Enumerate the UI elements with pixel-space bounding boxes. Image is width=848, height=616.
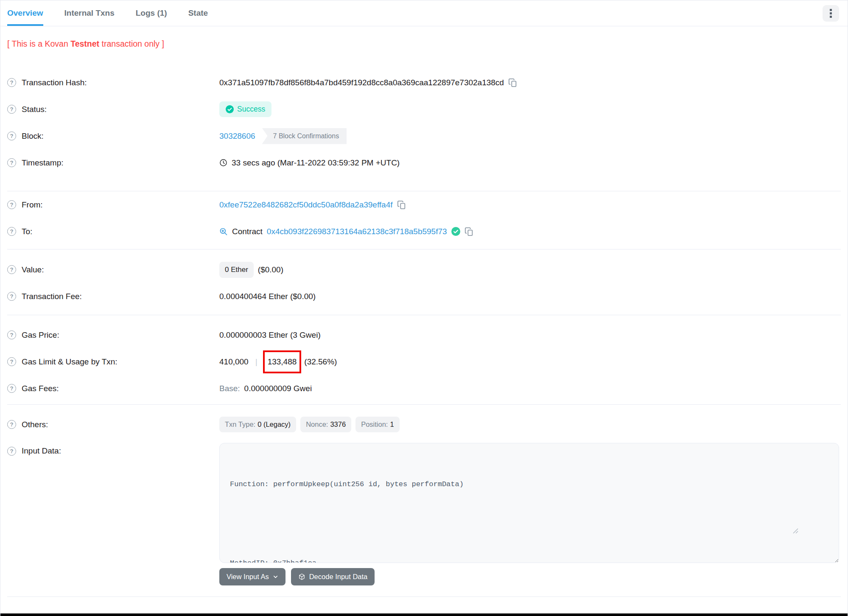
- more-options-button[interactable]: [823, 5, 839, 22]
- decode-input-data-label: Decode Input Data: [309, 573, 368, 581]
- warning-text-suffix: transaction only ]: [99, 39, 164, 48]
- cube-icon: [298, 573, 305, 580]
- gas-used-value: 133,488: [268, 357, 297, 366]
- help-icon[interactable]: ?: [7, 330, 16, 339]
- to-address-link[interactable]: 0x4cb093f226983713164a62138c3f718a5b595f…: [267, 227, 447, 236]
- resize-handle-icon[interactable]: [793, 502, 836, 560]
- row-gas-limit-usage: ? Gas Limit & Usage by Txn: 410,000 | 13…: [7, 348, 841, 375]
- help-icon[interactable]: ?: [7, 105, 16, 114]
- to-label: To:: [22, 227, 32, 236]
- nonce-name: Nonce:: [306, 420, 328, 428]
- help-icon[interactable]: ?: [7, 158, 16, 167]
- timestamp-value: 33 secs ago (Mar-11-2022 03:59:32 PM +UT…: [232, 158, 400, 168]
- copy-icon[interactable]: [465, 227, 474, 236]
- vertical-ellipsis-icon: [830, 9, 832, 18]
- gas-limit-label: Gas Limit & Usage by Txn:: [22, 357, 118, 367]
- input-data-line: [230, 517, 828, 530]
- input-data-line: MethodID: 0x7bbaf1ea: [230, 557, 828, 563]
- input-data-actions: View Input As Decode Input Data: [219, 568, 841, 585]
- gas-separator: |: [253, 357, 260, 367]
- clock-icon: [219, 159, 227, 167]
- tab-overview[interactable]: Overview: [7, 0, 43, 26]
- section-gas: ? Gas Price: 0.000000003 Ether (3 Gwei) …: [7, 315, 841, 405]
- position-value: 1: [390, 420, 394, 428]
- row-timestamp: ? Timestamp: 33 secs ago (Mar-11-2022 03…: [7, 149, 841, 176]
- help-icon[interactable]: ?: [7, 384, 16, 393]
- row-input-data: ? Input Data: Function: performUpkeep(ui…: [7, 443, 841, 563]
- tab-state[interactable]: State: [188, 0, 208, 26]
- help-icon[interactable]: ?: [7, 227, 16, 236]
- help-icon[interactable]: ?: [7, 200, 16, 209]
- section-value: ? Value: 0 Ether ($0.00) ? Transaction F…: [7, 249, 841, 315]
- section-others-input: ? Others: Txn Type: 0 (Legacy) Nonce: 33…: [7, 405, 841, 597]
- txn-type-badge: Txn Type: 0 (Legacy): [219, 417, 296, 432]
- ether-value-badge: 0 Ether: [219, 262, 254, 278]
- copy-icon[interactable]: [508, 78, 518, 87]
- input-data-label: Input Data:: [22, 446, 61, 456]
- row-block: ? Block: 30328606 7 Block Confirmations: [7, 123, 841, 149]
- base-fee-value: 0.000000009 Gwei: [244, 384, 312, 393]
- row-transaction-hash: ? Transaction Hash: 0x371a51097fb78df856…: [7, 69, 841, 96]
- nonce-badge: Nonce: 3376: [300, 417, 351, 432]
- to-contract-prefix: Contract: [232, 227, 263, 236]
- section-overview-top: ? Transaction Hash: 0x371a51097fb78df856…: [7, 69, 841, 191]
- txn-type-name: Txn Type:: [225, 420, 255, 428]
- position-badge: Position: 1: [355, 417, 399, 432]
- chevron-down-icon: [273, 574, 278, 580]
- gas-limit-value: 410,000: [219, 357, 249, 367]
- help-icon[interactable]: ?: [7, 132, 16, 140]
- help-icon[interactable]: ?: [7, 78, 16, 87]
- check-circle-icon: [226, 105, 234, 113]
- help-icon[interactable]: ?: [7, 357, 16, 366]
- status-label: Status:: [22, 105, 47, 114]
- section-addresses: ? From: 0xfee7522e8482682cf50ddc50a0f8da…: [7, 191, 841, 249]
- value-label: Value:: [22, 265, 44, 274]
- testnet-warning: [ This is a Kovan Testnet transaction on…: [0, 26, 848, 69]
- gas-used-percent: (32.56%): [304, 357, 337, 367]
- gas-used-highlight-box: 133,488: [263, 350, 302, 373]
- gas-fees-label: Gas Fees:: [22, 384, 59, 393]
- from-address-link[interactable]: 0xfee7522e8482682cf50ddc50a0f8da2a39effa…: [219, 200, 393, 210]
- status-value: Success: [237, 105, 265, 114]
- from-label: From:: [22, 200, 43, 210]
- decode-input-data-button[interactable]: Decode Input Data: [291, 568, 375, 585]
- usd-value: ($0.00): [258, 265, 283, 274]
- gas-price-value: 0.000000003 Ether (3 Gwei): [219, 330, 321, 340]
- help-icon[interactable]: ?: [7, 420, 16, 429]
- help-icon[interactable]: ?: [7, 292, 16, 301]
- others-label: Others:: [22, 420, 48, 429]
- row-transaction-fee: ? Transaction Fee: 0.000400464 Ether ($0…: [7, 283, 841, 310]
- transaction-fee-value: 0.000400464 Ether ($0.00): [219, 292, 316, 301]
- view-input-as-label: View Input As: [227, 573, 269, 581]
- block-number-link[interactable]: 30328606: [219, 132, 255, 141]
- position-name: Position:: [361, 420, 388, 428]
- copy-icon[interactable]: [397, 200, 406, 210]
- transaction-detail-page: Overview Internal Txns Logs (1) State [ …: [0, 0, 848, 616]
- block-label: Block:: [22, 132, 44, 141]
- input-data-textarea[interactable]: Function: performUpkeep(uint256 id, byte…: [219, 443, 839, 563]
- tab-logs[interactable]: Logs (1): [136, 0, 167, 26]
- nonce-value: 3376: [330, 420, 346, 428]
- row-to: ? To: Contract 0x4cb093f226983713164a621…: [7, 218, 841, 245]
- status-badge: Success: [219, 101, 271, 117]
- zoom-in-icon[interactable]: [219, 227, 228, 236]
- view-input-as-button[interactable]: View Input As: [219, 568, 285, 585]
- transaction-hash-label: Transaction Hash:: [22, 78, 87, 87]
- row-others: ? Others: Txn Type: 0 (Legacy) Nonce: 33…: [7, 411, 841, 438]
- input-data-line: Function: performUpkeep(uint256 id, byte…: [230, 478, 828, 491]
- tab-internal-txns[interactable]: Internal Txns: [64, 0, 115, 26]
- transaction-hash-value: 0x371a51097fb78df856f8b4a7bd459f192d8cc8…: [219, 78, 504, 87]
- help-icon[interactable]: ?: [7, 447, 16, 456]
- row-from: ? From: 0xfee7522e8482682cf50ddc50a0f8da…: [7, 191, 841, 218]
- gas-price-label: Gas Price:: [22, 330, 59, 340]
- warning-text-prefix: [ This is a Kovan: [7, 39, 70, 48]
- help-icon[interactable]: ?: [7, 265, 16, 274]
- bottom-border: [0, 613, 848, 616]
- tab-bar: Overview Internal Txns Logs (1) State: [0, 0, 848, 26]
- row-gas-fees: ? Gas Fees: Base: 0.000000009 Gwei: [7, 375, 841, 402]
- row-gas-price: ? Gas Price: 0.000000003 Ether (3 Gwei): [7, 322, 841, 348]
- block-confirmations-badge: 7 Block Confirmations: [262, 128, 347, 144]
- transaction-fee-label: Transaction Fee:: [22, 292, 82, 301]
- row-value: ? Value: 0 Ether ($0.00): [7, 256, 841, 283]
- row-status: ? Status: Success: [7, 96, 841, 123]
